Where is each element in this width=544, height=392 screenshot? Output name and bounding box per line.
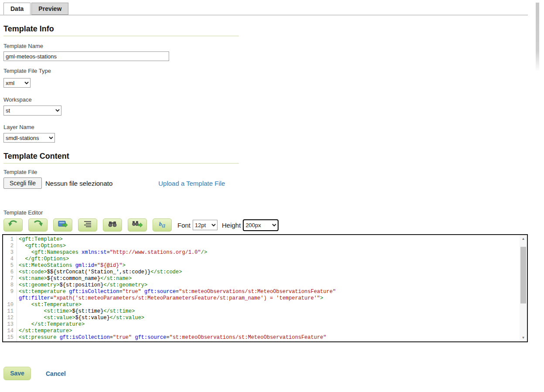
template-file-row: Scegli file Nessun file selezionato Uplo…: [3, 177, 544, 189]
search-button[interactable]: [103, 218, 122, 232]
redo-icon: [33, 220, 43, 230]
reformat-button[interactable]: [78, 218, 97, 232]
line-number: 5: [3, 262, 17, 269]
code-line: 6<st:code>$${strConcat('Station_',st:cod…: [3, 269, 520, 276]
scrollbar-thumb[interactable]: [520, 247, 526, 303]
height-label: Height: [222, 222, 241, 229]
workspace-label: Workspace: [3, 96, 544, 103]
page-scrollbar-thumb[interactable]: [536, 3, 539, 72]
search-next-icon: [132, 221, 143, 229]
undo-button[interactable]: [3, 218, 23, 232]
line-number: 6: [3, 269, 17, 276]
workspace-select[interactable]: st: [3, 106, 61, 116]
editor-height-select[interactable]: 200px: [243, 219, 279, 231]
line-number: 13: [3, 321, 17, 328]
template-file-type-select[interactable]: xml: [3, 78, 31, 88]
tab-data[interactable]: Data: [3, 3, 31, 15]
no-file-selected-text: Nessun file selezionato: [45, 180, 112, 187]
search-icon: [108, 221, 117, 229]
template-file-label: Template File: [3, 169, 544, 175]
template-name-label: Template Name: [3, 43, 544, 49]
code-line: 1<gft:Template>: [3, 236, 520, 243]
code-line: 12 <st:value>${st:value}</st:value>: [3, 315, 520, 321]
line-number: 7: [3, 276, 17, 282]
goto-line-button[interactable]: [53, 218, 72, 232]
goto-line-icon: [58, 220, 68, 230]
template-editor-page: Data Preview Template Info Template Name…: [0, 3, 544, 392]
scroll-up-arrow-icon[interactable]: ▲: [520, 235, 527, 242]
line-number: 9: [3, 289, 17, 295]
tab-bar: Data Preview: [0, 3, 528, 15]
template-editor-label: Template Editor: [3, 209, 544, 216]
font-label: Font: [177, 222, 190, 229]
layer-name-select[interactable]: smdl-stations: [3, 133, 55, 143]
scroll-down-arrow-icon[interactable]: ▼: [520, 334, 527, 341]
search-next-button[interactable]: [128, 218, 147, 232]
choose-file-button[interactable]: Scegli file: [3, 177, 42, 189]
line-number: 10: [3, 302, 17, 308]
editor-toolbar: ba Font 12pt Height 200px: [3, 218, 544, 232]
line-number: 15: [3, 334, 17, 341]
form-actions: Save Cancel: [3, 367, 544, 380]
code-line: 14</st:temperature>: [3, 328, 520, 334]
template-file-type-label: Template File Type: [3, 68, 544, 74]
code-line: 9<st:temperature gft:isCollection="true"…: [3, 289, 520, 295]
save-button[interactable]: Save: [3, 367, 31, 380]
code-line: 8<st:geometry>${st:position}</st:geometr…: [3, 282, 520, 289]
code-area[interactable]: 1<gft:Template>2 <gft:Options>3 <gft:Nam…: [3, 235, 520, 341]
font-size-select[interactable]: 12pt: [193, 220, 218, 230]
code-line: 2 <gft:Options>: [3, 243, 520, 249]
code-line: 11 <st:time>${st:time}</st:time>: [3, 308, 520, 315]
code-line: 5<st:MeteoStations gml:id="${@id}">: [3, 262, 520, 269]
line-number: [3, 295, 17, 302]
code-line: 10 <st:Temperature>: [3, 302, 520, 308]
redo-button[interactable]: [28, 218, 48, 232]
line-number: 12: [3, 315, 17, 321]
tab-preview[interactable]: Preview: [31, 3, 68, 15]
code-line: gft:filter="xpath('st:meteoParameters/st…: [3, 341, 520, 341]
code-line: gft:filter="xpath('st:meteoParameters/st…: [3, 295, 520, 302]
upload-template-file-link[interactable]: Upload a Template File: [158, 180, 225, 187]
line-number: 2: [3, 243, 17, 249]
template-name-input[interactable]: [3, 51, 169, 61]
code-line: 7<st:name>${st:common_name}</st:name>: [3, 276, 520, 282]
line-number: 3: [3, 249, 17, 256]
line-number: [3, 341, 17, 341]
template-info-heading: Template Info: [3, 24, 239, 36]
undo-icon: [8, 220, 18, 230]
code-line: 4 </gft:Options>: [3, 256, 520, 262]
cancel-link[interactable]: Cancel: [46, 370, 66, 377]
template-content-heading: Template Content: [3, 152, 239, 164]
change-case-button[interactable]: ba: [153, 218, 172, 232]
line-number: 8: [3, 282, 17, 289]
code-line: 3 <gft:Namespaces xmlns:st="http://www.s…: [3, 249, 520, 256]
layer-name-label: Layer Name: [3, 124, 544, 130]
code-line: 15<st:pressure gft:isCollection="true" g…: [3, 334, 520, 341]
code-editor[interactable]: 1<gft:Template>2 <gft:Options>3 <gft:Nam…: [2, 234, 528, 342]
editor-scrollbar[interactable]: ▲ ▼: [520, 235, 527, 341]
code-line: 13 </st:Temperature>: [3, 321, 520, 328]
line-number: 14: [3, 328, 17, 334]
line-number: 11: [3, 308, 17, 315]
line-number: 4: [3, 256, 17, 262]
line-number: 1: [3, 236, 17, 243]
reformat-icon: [83, 221, 92, 229]
change-case-icon: ba: [159, 221, 166, 229]
